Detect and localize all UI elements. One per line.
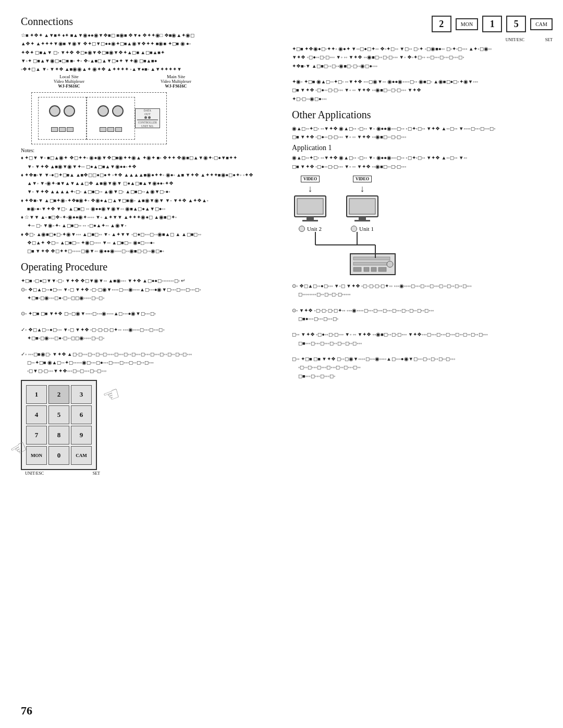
- btn-1[interactable]: 1: [482, 16, 502, 32]
- svg-rect-15: [353, 267, 361, 272]
- svg-rect-18: [378, 267, 386, 272]
- left-column: Connections ☆■ ✦❖✦ ▲▼■✦ ♦✦ ■▲▼◉●●◉▼❖■◻ ■…: [21, 16, 282, 476]
- svg-rect-14: [353, 262, 390, 265]
- key-cam[interactable]: CAM: [71, 446, 92, 465]
- key-3[interactable]: 3: [71, 385, 92, 404]
- main-site-label: Main Site: [167, 74, 185, 79]
- connector-3: [67, 127, 74, 132]
- main-content: Connections ☆■ ✦❖✦ ▲▼■✦ ♦✦ ■▲▼◉●●◉▼❖■◻ ■…: [21, 16, 542, 476]
- video-label-1: VIDEO: [353, 176, 372, 182]
- svg-rect-2: [307, 217, 314, 220]
- btn-cam[interactable]: CAM: [530, 18, 553, 30]
- connector-1: [51, 127, 58, 132]
- key-7[interactable]: 7: [26, 426, 47, 445]
- connector-5: [107, 127, 114, 132]
- key-5[interactable]: 5: [48, 405, 69, 424]
- wiring-svg: [297, 232, 401, 258]
- right-top-sym: ✦◻■ ✦❖◉●◻◦✦✦◦ ◉●✦ ▼◦◦◻●◻✦◦◦ ❖◦✦◻◦◦ ▼◻◦◦ …: [292, 45, 553, 103]
- keypad-container: 1 2 3 4 5 6 7 8 9 MON 0 CAM UNIT/E: [21, 380, 104, 476]
- btn-2[interactable]: 2: [432, 16, 451, 32]
- operating-sym: ⊙◦ ❖◻▲◻◦◦●◻◦◦◦ ▼◦◻ ▼✦❖ ◦◻◦◻◉▼◦◦◦◦◻◦◦◦◉◦◦…: [21, 286, 282, 375]
- unit1-column: VIDEO ↓ Unit 1: [344, 176, 381, 232]
- camera-circle-right-1: [97, 105, 109, 117]
- camera-circle-left-1: [49, 105, 60, 117]
- svg-rect-6: [359, 217, 366, 220]
- connections-section: Connections ☆■ ✦❖✦ ▲▼■✦ ♦✦ ■▲▼◉●●◉▼❖■◻ ■…: [21, 16, 282, 255]
- set-label-keypad: SET: [93, 471, 100, 476]
- svg-rect-3: [302, 220, 318, 221]
- operating-intro: ✦◻■ ◦◻●◻▼▼◦◻◦ ▼✦❖ ❖◻▼◉▼◦◦ ▲■◉◦◦◦ ▼✦❖ ▲◻●…: [21, 277, 282, 285]
- connector-4: [100, 127, 106, 132]
- outer-diagram-box: DATA OUT CONTROLLER UNIT NO.: [31, 92, 167, 144]
- wj-right-label: WJ-FS616C: [165, 84, 187, 89]
- key-6[interactable]: 6: [71, 405, 92, 424]
- notes-label: Notes:: [21, 147, 282, 153]
- app1-diagram: VIDEO ↓ Unit 2: [292, 176, 553, 232]
- connections-heading: Connections: [21, 16, 282, 28]
- svg-rect-16: [364, 267, 369, 272]
- key-1[interactable]: 1: [26, 385, 47, 404]
- arrow-down-1: ↓: [360, 184, 365, 193]
- key-8[interactable]: 8: [48, 426, 69, 445]
- connections-sym-text: ☆■ ✦❖✦ ▲▼■✦ ♦✦ ■▲▼◉●●◉▼❖■◻ ■◉■ ❖▼● ❖✦✦◉□…: [21, 32, 282, 73]
- connection-lines: [297, 232, 401, 258]
- app1-sym: ◉▲◻◦◦✦◻◦ ◦◦▼✦❖ ◉▲◻◦◦ ◦◻◦◦ ▼◦ ◉●●◉◦◦◦◻◦◦ …: [292, 154, 553, 170]
- svg-point-19: [387, 261, 393, 267]
- set-label-top: SET: [545, 38, 553, 42]
- monitor-1: [344, 193, 381, 225]
- unit2-label: Unit 2: [307, 226, 322, 232]
- camera-circle-right-2: [112, 105, 124, 117]
- unit-esc-label: UNIT/ESC: [25, 471, 44, 476]
- page: Connections ☆■ ✦❖✦ ▲▼■✦ ♦✦ ■▲▼◉●●◉▼❖■◻ ■…: [0, 0, 563, 728]
- svg-rect-1: [297, 199, 323, 214]
- vm-left-label: Video Multiplexer: [54, 79, 84, 84]
- other-apps-section: Other Applications ◉▲◻◦◦✦◻◦ ◦◦▼✦❖ ◉▲◻◦◦ …: [292, 109, 553, 277]
- local-site-label: Local Site: [59, 74, 79, 79]
- video-label-2: VIDEO: [301, 176, 320, 182]
- key-2[interactable]: 2: [48, 385, 69, 404]
- other-apps-sym: ◉▲◻◦◦✦◻◦ ◦◦▼✦❖ ◉▲◻◦◦ ◦◻◦◦ ▼◦ ◉●●◉◦◦◦◻◦◦ …: [292, 125, 553, 141]
- operating-heading: Operating Procedure: [21, 261, 282, 273]
- unit2-connector: [299, 226, 305, 232]
- right-bottom-sym: ⊙◦ ❖◻▲◻◦◦●◻◦◦◦ ▼◦◻ ▼✦❖ ◦◻◦◻◦◻◦◻✦◦◦ ◦◦◦◉◦…: [292, 282, 553, 380]
- camera-circle-left-2: [64, 105, 75, 117]
- svg-rect-5: [349, 199, 375, 214]
- key-4[interactable]: 4: [26, 405, 47, 424]
- vm-right-label: Video Multiplexer: [161, 79, 191, 84]
- unit1-connector: [351, 226, 357, 232]
- unit-esc-label-top: UNIT/ESC: [506, 38, 524, 42]
- wj-left-label: WJ-FS616C: [58, 84, 80, 89]
- connector-2: [59, 127, 66, 132]
- notes-text: ♦ ✦◻▼ ▼◦ ■◻▲◉✦ ❖◻✦✦◦ ◉●◉▼❖◻■◉✦✦◉▲ ✦◉✦ ■◦…: [21, 154, 282, 255]
- key-9[interactable]: 9: [71, 426, 92, 445]
- keypad: 1 2 3 4 5 6 7 8 9 MON 0 CAM: [21, 380, 97, 470]
- svg-rect-17: [371, 267, 376, 272]
- notes-section: Notes: ♦ ✦◻▼ ▼◦ ■◻▲◉✦ ❖◻✦✦◦ ◉●◉▼❖◻■◉✦✦◉▲…: [21, 147, 282, 255]
- btn-mon[interactable]: MON: [456, 18, 478, 30]
- monitor-2: [292, 193, 328, 225]
- left-unit-box: [38, 97, 87, 140]
- unit2-column: VIDEO ↓ Unit 2: [292, 176, 328, 232]
- page-number: 76: [21, 704, 32, 718]
- right-column: 2 MON 1 5 CAM UNIT/ESC SET: [292, 16, 553, 476]
- connections-diagram: Local Site Video Multiplexer WJ-FS616C M…: [31, 74, 282, 144]
- svg-rect-7: [354, 220, 370, 221]
- connector-6: [115, 127, 122, 132]
- unit1-label: Unit 1: [359, 226, 374, 232]
- arrow-down-2: ↓: [308, 184, 313, 193]
- other-apps-heading: Other Applications: [292, 109, 553, 121]
- hand-pointer-right: ☞: [100, 382, 123, 408]
- right-unit-box: [87, 97, 135, 140]
- operating-section: Operating Procedure ✦◻■ ◦◻●◻▼▼◦◻◦ ▼✦❖ ❖◻…: [21, 261, 282, 476]
- num-buttons-row: 2 MON 1 5 CAM: [292, 16, 553, 32]
- btn-5[interactable]: 5: [506, 16, 526, 32]
- controller-unit: DATA OUT CONTROLLER UNIT NO.: [135, 108, 160, 128]
- key-0[interactable]: 0: [48, 446, 69, 465]
- app1-heading: Application 1: [292, 144, 553, 152]
